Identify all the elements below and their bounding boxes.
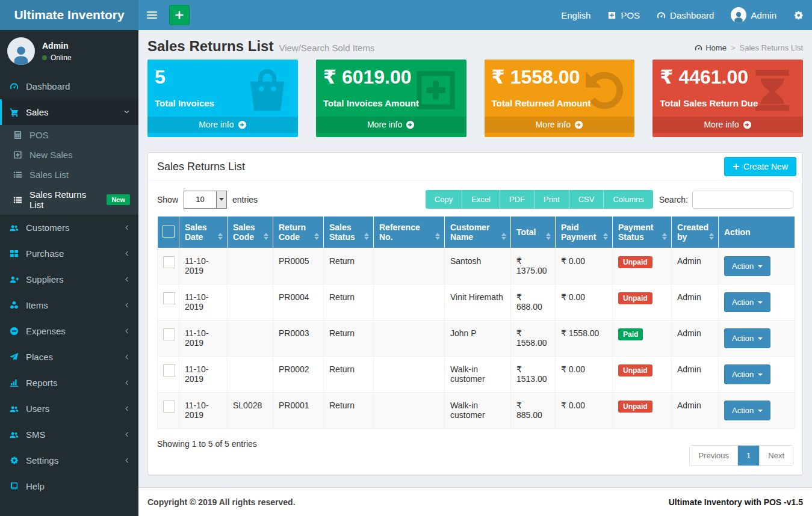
cell-sales_status: Return: [324, 393, 374, 429]
cell-reference_no: [374, 321, 445, 357]
column-header-total[interactable]: Total: [511, 217, 556, 248]
entries-label: entries: [232, 195, 258, 204]
cell-sales_date: 11-10-2019: [179, 357, 228, 393]
sidebar-item-purchase[interactable]: Purchase: [0, 241, 138, 266]
more-info-link[interactable]: More info: [316, 117, 466, 133]
cell-sales_code: [228, 284, 273, 321]
sort-icon: [314, 233, 319, 240]
sidebar-item-suppliers[interactable]: Suppliers: [0, 266, 138, 292]
info-boxes: 5Total InvoicesMore info₹ 6019.00Total I…: [138, 60, 812, 137]
sidebar-item-help[interactable]: Help: [0, 473, 138, 499]
info-box-label: Total Invoices Amount: [323, 98, 459, 108]
navbar-item-settings[interactable]: [785, 0, 812, 30]
sort-icon: [709, 233, 714, 240]
column-header-customer_name[interactable]: Customer Name: [445, 217, 511, 248]
cell-created_by: Admin: [672, 357, 719, 393]
sidebar-item-sales[interactable]: Sales: [0, 99, 138, 125]
sidebar-item-users[interactable]: Users: [0, 396, 138, 422]
plus-square-icon: [607, 11, 616, 20]
chevron-left-icon: [123, 328, 130, 334]
sidebar-item-sms[interactable]: SMS: [0, 422, 138, 447]
panel-body: Show 10 entries CopyExcelPDFPrintCSVColu…: [148, 180, 802, 475]
export-button-columns[interactable]: Columns: [603, 190, 652, 209]
row-action-button[interactable]: Action: [724, 401, 770, 420]
row-action-button[interactable]: Action: [724, 292, 770, 312]
sort-icon: [264, 233, 268, 240]
column-header-paid_payment[interactable]: Paid Payment: [556, 217, 613, 248]
column-header-return_code[interactable]: Return Code: [273, 217, 324, 248]
action-label: Action: [732, 262, 754, 271]
more-info-label: More info: [367, 120, 402, 129]
row-action-button[interactable]: Action: [724, 328, 770, 348]
sidebar-item-dashboard[interactable]: Dashboard: [0, 73, 138, 99]
sidebar-item-settings[interactable]: Settings: [0, 447, 138, 473]
export-button-pdf[interactable]: PDF: [500, 190, 534, 209]
user-status[interactable]: Online: [42, 54, 72, 62]
pagination-previous[interactable]: Previous: [690, 446, 737, 465]
sidebar-subitem-new-sales[interactable]: New Sales: [0, 145, 138, 165]
column-header-sales_code[interactable]: Sales Code: [228, 217, 273, 248]
sidebar-subitem-pos[interactable]: POS: [0, 125, 138, 145]
row-checkbox[interactable]: [163, 256, 175, 268]
column-header-payment_status[interactable]: Payment Status: [613, 217, 672, 248]
info-box-3: ₹ 4461.00Total Sales Return DueMore info: [652, 60, 803, 137]
page-footer: Copyright © 2019 All rights reserved. Ul…: [138, 487, 812, 516]
navbar-item-dashboard[interactable]: Dashboard: [648, 0, 722, 30]
column-header-created_by[interactable]: Created by: [672, 217, 719, 248]
list-icon: [13, 195, 23, 204]
search-input[interactable]: [692, 191, 793, 209]
export-button-print[interactable]: Print: [534, 190, 569, 209]
sidebar-subitem-sales-returns-list[interactable]: Sales Returns ListNew: [0, 185, 138, 215]
create-new-button[interactable]: Create New: [724, 157, 796, 176]
select-all-checkbox[interactable]: [163, 226, 175, 238]
sidebar-item-reports[interactable]: Reports: [0, 370, 138, 396]
column-header-reference_no[interactable]: Reference No.: [374, 217, 445, 248]
navbar-item-profile[interactable]: Admin: [722, 0, 785, 30]
menu-item-label: Places: [26, 352, 53, 362]
sidebar: Admin Online DashboardSalesPOSNew SalesS…: [0, 30, 138, 516]
row-checkbox[interactable]: [163, 401, 175, 413]
page-size-select[interactable]: 10: [184, 191, 227, 209]
navbar-item-pos[interactable]: POS: [599, 0, 648, 30]
cell-sales_date: 11-10-2019: [179, 248, 228, 284]
cell-action: Action: [719, 357, 795, 393]
sidebar-item-customers[interactable]: Customers: [0, 215, 138, 241]
more-info-link[interactable]: More info: [485, 117, 635, 133]
pagination-page-1[interactable]: 1: [737, 446, 759, 465]
more-info-link[interactable]: More info: [147, 117, 298, 133]
cell-paid_payment: ₹ 0.00: [556, 284, 613, 321]
row-checkbox[interactable]: [163, 328, 175, 340]
row-action-button[interactable]: Action: [724, 256, 770, 276]
export-button-excel[interactable]: Excel: [462, 190, 500, 209]
brand-logo[interactable]: Ultimate Inventory: [0, 0, 138, 30]
navbar-item-language[interactable]: English: [553, 0, 599, 30]
export-button-csv[interactable]: CSV: [569, 190, 604, 209]
sidebar-item-items[interactable]: Items: [0, 292, 138, 318]
sidebar-subitem-sales-list[interactable]: Sales List: [0, 165, 138, 185]
top-navbar: Ultimate Inventory EnglishPOSDashboardAd…: [0, 0, 812, 30]
row-checkbox[interactable]: [163, 292, 175, 304]
row-action-button[interactable]: Action: [724, 364, 770, 384]
sidebar-item-places[interactable]: Places: [0, 344, 138, 370]
column-label: Total: [516, 227, 536, 237]
sidebar-item-expenses[interactable]: Expenses: [0, 318, 138, 344]
cell-payment_status: Unpaid: [613, 248, 672, 284]
cell-return_code: PR0005: [273, 248, 324, 284]
pagination-next[interactable]: Next: [759, 446, 793, 465]
export-button-copy[interactable]: Copy: [426, 190, 462, 209]
caret-down-icon: [758, 373, 763, 376]
action-label: Action: [732, 406, 754, 415]
row-checkbox[interactable]: [163, 364, 175, 376]
more-info-link[interactable]: More info: [652, 117, 803, 133]
info-box-value: ₹ 4461.00: [660, 67, 796, 88]
sidebar-toggle-button[interactable]: [138, 0, 166, 30]
column-header-sales_date[interactable]: Sales Date: [179, 217, 228, 248]
page-title: Sales Returns List View/Search Sold Item…: [147, 38, 374, 55]
quick-add-button[interactable]: [169, 5, 190, 25]
column-header-sales_status[interactable]: Sales Status: [324, 217, 374, 248]
page-length-control: Show 10 entries: [157, 191, 258, 209]
cell-total: ₹ 1558.00: [511, 321, 556, 357]
breadcrumb-home[interactable]: Home: [695, 43, 727, 52]
user-avatar[interactable]: [7, 37, 35, 65]
cell-total: ₹ 688.00: [511, 284, 556, 321]
